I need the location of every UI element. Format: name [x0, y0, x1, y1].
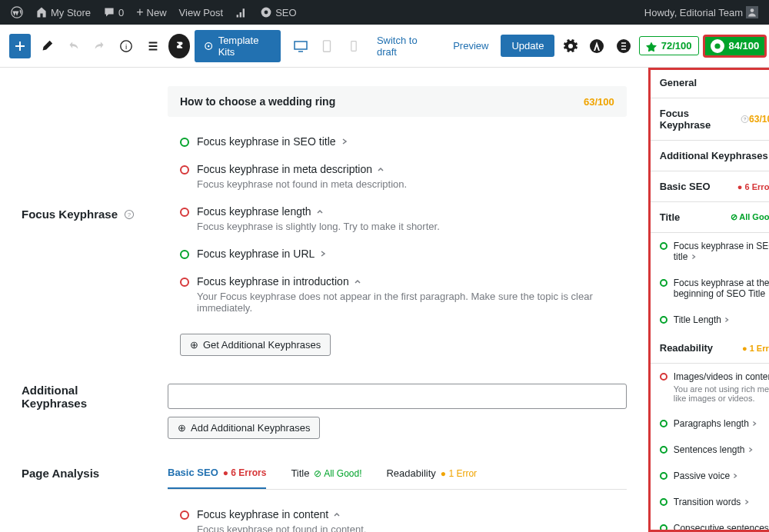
astra-icon[interactable] — [586, 34, 608, 58]
panel-readability-row[interactable]: Readability ● 1 Error — [649, 333, 769, 364]
panel-header: General ✕ — [649, 68, 769, 98]
howdy[interactable]: Howdy, Editorial Team — [640, 0, 763, 25]
tablet-view-button[interactable] — [316, 34, 338, 58]
editor-toolbar: i Template Kits Switch to draft Preview … — [0, 25, 769, 68]
panel-row[interactable]: Basic SEO● 6 Errors — [649, 171, 769, 202]
preview-link[interactable]: Preview — [445, 35, 496, 56]
svg-rect-12 — [351, 41, 355, 51]
panel-check-item[interactable]: Images/videos in content You are not usi… — [649, 364, 769, 411]
status-dot-icon — [660, 524, 667, 532]
ak-title: Additional Keyphrases — [22, 384, 87, 410]
info-button[interactable]: i — [115, 34, 137, 58]
wp-admin-bar: My Store 0 +New View Post SEO Howdy, Edi… — [0, 0, 769, 25]
status-dot-icon — [660, 242, 667, 250]
status-dot-icon — [660, 472, 667, 480]
new-link[interactable]: +New — [131, 0, 171, 25]
spectra-panel-icon[interactable] — [612, 34, 634, 58]
keyphrase-check-row[interactable]: Focus keyphrase in introduction Your Foc… — [168, 268, 627, 321]
svg-text:?: ? — [128, 211, 131, 218]
page-analysis-section: Page Analysis Basic SEO● 6 ErrorsTitle⊘ … — [22, 467, 627, 532]
get-additional-keyphrases-button[interactable]: ⊕Get Additional Keyphrases — [180, 334, 331, 356]
gear-icon[interactable] — [559, 34, 581, 58]
panel-check-item[interactable]: Paragraphs length — [649, 411, 769, 437]
focus-keyphrase-section: Focus Keyphrase ? How to choose a weddin… — [22, 86, 627, 356]
mobile-view-button[interactable] — [342, 34, 364, 58]
fk-title: Focus Keyphrase — [22, 208, 118, 221]
svg-point-15 — [714, 43, 720, 48]
editor-canvas: Focus Keyphrase ? How to choose a weddin… — [0, 68, 648, 532]
status-dot-icon — [660, 446, 667, 454]
chevron-up-icon — [333, 510, 341, 518]
status-dot-icon — [660, 420, 667, 427]
tab-title[interactable]: Title⊘ All Good! — [291, 467, 361, 489]
tab-readability[interactable]: Readability● 1 Error — [386, 467, 477, 489]
keyphrase-check-row[interactable]: Focus keyphrase in URL — [168, 240, 627, 268]
status-dot-icon — [660, 498, 667, 506]
switch-draft-link[interactable]: Switch to draft — [369, 30, 441, 62]
status-dot-icon — [180, 165, 189, 175]
status-dot-icon — [180, 208, 189, 217]
pa-title: Page Analysis — [22, 467, 99, 480]
edit-mode-button[interactable] — [35, 34, 57, 58]
additional-keyphrases-section: Additional Keyphrases ⊕Add Additional Ke… — [22, 384, 627, 439]
svg-text:?: ? — [744, 116, 747, 121]
status-dot-icon — [660, 316, 667, 324]
panel-check-item[interactable]: Transition words — [649, 489, 769, 515]
comments-link[interactable]: 0 — [98, 0, 128, 25]
keyphrase-check-row[interactable]: Focus keyphrase in meta description Focu… — [168, 155, 627, 198]
view-post-link[interactable]: View Post — [175, 0, 228, 25]
svg-rect-11 — [324, 40, 331, 51]
desktop-view-button[interactable] — [290, 34, 311, 58]
keyphrase-display: How to choose a wedding ring 63/100 — [168, 86, 627, 117]
svg-point-9 — [208, 45, 209, 46]
template-kits-button[interactable]: Template Kits — [195, 30, 280, 62]
status-dot-icon — [180, 250, 189, 259]
status-dot-icon — [180, 510, 189, 520]
redo-button[interactable] — [88, 34, 110, 58]
help-icon[interactable]: ? — [124, 209, 135, 220]
site-link[interactable]: My Store — [31, 0, 95, 25]
svg-text:i: i — [125, 42, 127, 50]
status-dot-icon — [660, 373, 667, 381]
keyphrase-check-row[interactable]: Focus keyphrase in SEO title — [168, 128, 627, 155]
seo-sidebar-panel: General ✕ Focus Keyphrase?63/100Addition… — [648, 68, 769, 532]
status-dot-icon — [660, 279, 667, 287]
add-block-button[interactable] — [9, 34, 31, 58]
update-button[interactable]: Update — [501, 35, 554, 57]
keyphrase-text: How to choose a wedding ring — [180, 95, 335, 108]
seo-link[interactable]: SEO — [255, 0, 301, 25]
panel-check-item[interactable]: Title Length — [649, 307, 769, 333]
spectra-button[interactable] — [168, 34, 190, 58]
status-dot-icon — [180, 138, 189, 147]
block-editor: i Template Kits Switch to draft Preview … — [0, 25, 769, 532]
panel-row[interactable]: Focus Keyphrase?63/100 — [649, 98, 769, 141]
additional-keyphrase-input[interactable] — [168, 384, 627, 409]
panel-check-item[interactable]: Consecutive sentences — [649, 515, 769, 532]
panel-check-item[interactable]: Focus keyphrase at the beginning of SEO … — [649, 270, 769, 307]
keyphrase-check-row[interactable]: Focus keyphrase length Focus keyphrase i… — [168, 198, 627, 240]
undo-button[interactable] — [62, 34, 84, 58]
rankmath-icon[interactable] — [231, 0, 252, 25]
svg-point-2 — [265, 11, 268, 15]
analysis-check-row[interactable]: Focus keyphrase in content Focus keyphra… — [168, 500, 627, 532]
tab-basic-seo[interactable]: Basic SEO● 6 Errors — [168, 467, 266, 489]
analysis-tabs: Basic SEO● 6 ErrorsTitle⊘ All Good!Reada… — [168, 467, 627, 490]
score-72[interactable]: 72/100 — [639, 36, 699, 55]
panel-row[interactable]: Title⊘ All Good! — [649, 202, 769, 233]
outline-button[interactable] — [141, 34, 163, 58]
svg-rect-10 — [295, 42, 307, 49]
status-dot-icon — [180, 278, 189, 287]
panel-check-item[interactable]: Sentences length — [649, 437, 769, 463]
panel-check-item[interactable]: Focus keyphrase in SEO title — [649, 233, 769, 270]
wp-logo[interactable] — [6, 0, 28, 25]
panel-row[interactable]: Additional Keyphrases — [649, 141, 769, 171]
keyphrase-score: 63/100 — [584, 96, 614, 108]
panel-check-item[interactable]: Passive voice — [649, 463, 769, 489]
add-additional-keyphrases-button[interactable]: ⊕Add Additional Keyphrases — [168, 417, 320, 439]
score-84[interactable]: 84/100 — [704, 35, 767, 57]
